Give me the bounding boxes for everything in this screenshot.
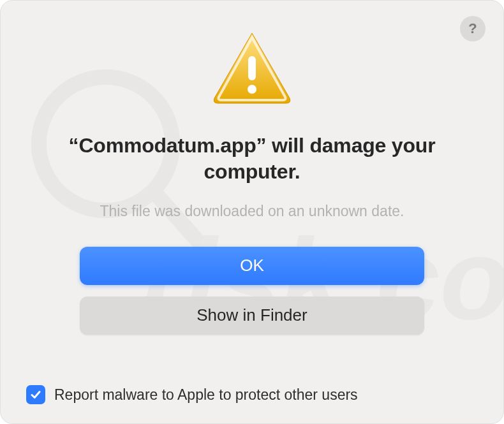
alert-dialog: risk.com ? “Commodatum.app” will damage … [0,0,504,424]
checkbox-label: Report malware to Apple to protect other… [54,386,358,404]
dialog-subtext: This file was downloaded on an unknown d… [100,203,404,220]
show-in-finder-button[interactable]: Show in Finder [80,296,424,335]
checkmark-icon [29,388,42,401]
report-malware-checkbox[interactable]: Report malware to Apple to protect other… [26,385,358,404]
dialog-content: “Commodatum.app” will damage your comput… [1,1,503,381]
button-stack: OK Show in Finder [80,247,424,335]
warning-icon [211,29,293,106]
ok-button[interactable]: OK [80,247,424,285]
svg-rect-3 [248,56,256,80]
dialog-headline: “Commodatum.app” will damage your comput… [54,133,450,185]
svg-point-4 [248,85,256,94]
checkbox-box [26,385,45,404]
